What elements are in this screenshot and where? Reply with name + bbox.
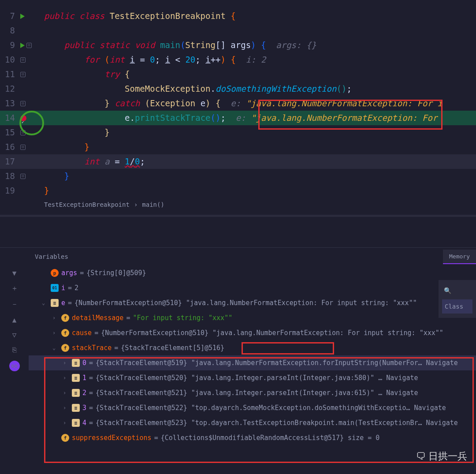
type-badge-icon: p xyxy=(51,269,59,277)
variable-value: {StackTraceElement[5]@516} xyxy=(121,344,224,352)
breadcrumb[interactable]: TestExceptionBreakpoint › main() xyxy=(0,198,476,211)
breakpoint-icon[interactable] xyxy=(20,115,26,121)
run-icon[interactable] xyxy=(20,43,25,48)
variable-row[interactable]: ›f detailMessage = "For input string: "x… xyxy=(29,310,476,325)
code-text[interactable]: } xyxy=(41,125,110,140)
down-icon[interactable]: ▽ xyxy=(12,331,17,339)
debug-panel: ▼ ＋ － ▲ ▽ ⎘ oo Variables Memory p args =… xyxy=(0,248,476,445)
fold-icon[interactable]: ⊟ xyxy=(20,101,26,106)
code-line[interactable]: 10⊟ for (int i = 0; i < 20; i++) { i: 2 xyxy=(0,52,476,67)
variable-value: {NumberFormatException@510} "java.lang.N… xyxy=(101,329,443,337)
fold-end-icon[interactable]: ⊟ xyxy=(20,130,26,135)
variable-row[interactable]: ›≡ 1 = {StackTraceElement@520} "java.lan… xyxy=(29,370,476,385)
variable-row[interactable]: p args = {String[0]@509} xyxy=(29,265,476,280)
code-text[interactable]: } xyxy=(41,140,89,154)
type-badge-icon: ≡ xyxy=(72,404,80,412)
variable-row[interactable]: ›≡ 2 = {StackTraceElement@521} "java.lan… xyxy=(29,385,476,400)
type-badge-icon: f xyxy=(61,329,69,337)
fold-icon[interactable]: ⊟ xyxy=(20,72,26,77)
filter-icon[interactable]: ▼ xyxy=(12,269,17,277)
fold-end-icon[interactable]: ⊟ xyxy=(20,174,26,179)
variable-row[interactable]: ›≡ 3 = {StackTraceElement@522} "top.daya… xyxy=(29,400,476,415)
line-number[interactable]: 18 xyxy=(0,169,19,183)
line-number[interactable]: 17 xyxy=(0,154,19,169)
type-badge-icon: ≡ xyxy=(72,359,80,367)
expand-icon[interactable]: › xyxy=(63,360,69,366)
type-badge-icon: f xyxy=(61,314,69,322)
type-badge-icon: ≡ xyxy=(72,419,80,427)
variable-row[interactable]: ⌄≡ e = {NumberFormatException@510} "java… xyxy=(29,295,476,310)
memory-tab[interactable]: Memory xyxy=(443,250,476,264)
code-line[interactable]: 8 xyxy=(0,23,476,38)
code-text[interactable]: int a = 1/0; xyxy=(41,154,145,169)
code-line[interactable]: 19} xyxy=(0,183,476,198)
code-text[interactable]: public class TestExceptionBreakpoint { xyxy=(41,9,236,23)
expand-icon[interactable]: › xyxy=(63,420,69,426)
code-line[interactable]: 12 SomeMockException.doSomethingWithExce… xyxy=(0,82,476,96)
line-number[interactable]: 9 xyxy=(0,38,19,52)
code-line[interactable]: 13⊟ } catch (Exception e) { e: "java.lan… xyxy=(0,96,476,111)
fold-icon[interactable]: ⊟ xyxy=(26,43,32,48)
code-text[interactable]: e.printStackTrace(); e: "java.lang.Numbe… xyxy=(41,111,443,125)
up-icon[interactable]: ▲ xyxy=(12,316,17,324)
fold-icon[interactable]: ⊟ xyxy=(20,57,26,63)
variable-row[interactable]: 01 i = 2 xyxy=(29,280,476,295)
glasses-icon[interactable]: oo xyxy=(9,361,20,371)
line-number[interactable]: 12 xyxy=(0,82,19,96)
remove-icon[interactable]: － xyxy=(11,300,18,309)
variable-row[interactable]: f suppressedExceptions = {Collections$Un… xyxy=(29,430,476,445)
copy-icon[interactable]: ⎘ xyxy=(12,346,17,354)
code-text[interactable]: for (int i = 0; i < 20; i++) { i: 2 xyxy=(41,52,266,67)
expand-icon[interactable]: ⌄ xyxy=(52,345,59,351)
run-icon[interactable] xyxy=(20,14,25,19)
line-number[interactable]: 15 xyxy=(0,125,19,140)
search-icon[interactable]: 🔍 xyxy=(442,284,472,297)
watermark: 🗨 日拱一兵 xyxy=(416,450,467,463)
line-number[interactable]: 11 xyxy=(0,67,19,82)
add-watch-icon[interactable]: ＋ xyxy=(11,284,18,293)
expand-icon[interactable]: › xyxy=(63,375,69,381)
expand-icon[interactable]: › xyxy=(63,390,69,396)
code-line[interactable]: 14 e.printStackTrace(); e: "java.lang.Nu… xyxy=(0,111,476,125)
expand-icon[interactable]: › xyxy=(52,315,59,321)
code-line[interactable]: 15⊟ } xyxy=(0,125,476,140)
breadcrumb-class[interactable]: TestExceptionBreakpoint xyxy=(44,201,130,208)
code-line[interactable]: 11⊟ try { xyxy=(0,67,476,82)
variable-value: {StackTraceElement@519} "java.lang.Numbe… xyxy=(96,359,458,367)
line-number[interactable]: 8 xyxy=(0,23,19,38)
fold-end-icon[interactable]: ⊟ xyxy=(20,145,26,150)
variable-row[interactable]: ›≡ 4 = {StackTraceElement@523} "top.daya… xyxy=(29,415,476,430)
variable-name: i xyxy=(61,284,65,292)
type-badge-icon: ≡ xyxy=(72,389,80,397)
code-text[interactable]: public static void main(String[] args) {… xyxy=(41,38,316,52)
class-label[interactable]: Class xyxy=(442,299,472,314)
code-text[interactable]: } xyxy=(41,169,69,183)
expand-icon[interactable]: ⌄ xyxy=(42,300,48,306)
code-line[interactable]: 18⊟ } xyxy=(0,169,476,183)
code-text[interactable]: SomeMockException.doSomethingWithExcepti… xyxy=(41,82,352,96)
breadcrumb-method[interactable]: main() xyxy=(142,201,164,208)
line-number[interactable]: 16 xyxy=(0,140,19,154)
line-number[interactable]: 14 xyxy=(0,111,19,125)
code-text[interactable]: } xyxy=(41,183,49,198)
variable-row[interactable]: ›f cause = {NumberFormatException@510} "… xyxy=(29,325,476,340)
type-badge-icon: ≡ xyxy=(72,374,80,382)
variable-row[interactable]: ›≡ 0 = {StackTraceElement@519} "java.lan… xyxy=(29,355,476,370)
expand-icon[interactable]: › xyxy=(52,330,59,336)
code-text[interactable]: } catch (Exception e) { e: "java.lang.Nu… xyxy=(41,96,443,111)
code-line[interactable]: 16⊟ } xyxy=(0,140,476,154)
variables-tree[interactable]: p args = {String[0]@509}01 i = 2⌄≡ e = {… xyxy=(29,265,476,445)
code-text[interactable]: try { xyxy=(41,67,130,82)
variable-name: 3 xyxy=(82,404,86,412)
line-number[interactable]: 19 xyxy=(0,183,19,198)
line-number[interactable]: 10 xyxy=(0,52,19,67)
code-line[interactable]: 9⊟ public static void main(String[] args… xyxy=(0,38,476,52)
expand-icon[interactable]: › xyxy=(63,405,69,411)
line-number[interactable]: 7 xyxy=(0,9,19,23)
code-line[interactable]: 17 int a = 1/0; xyxy=(0,154,476,169)
variable-name: 1 xyxy=(82,374,86,382)
code-line[interactable]: 7public class TestExceptionBreakpoint { xyxy=(0,9,476,23)
debug-toolbar-area xyxy=(0,217,476,248)
variable-row[interactable]: ⌄f stackTrace = {StackTraceElement[5]@51… xyxy=(29,340,476,355)
line-number[interactable]: 13 xyxy=(0,96,19,111)
